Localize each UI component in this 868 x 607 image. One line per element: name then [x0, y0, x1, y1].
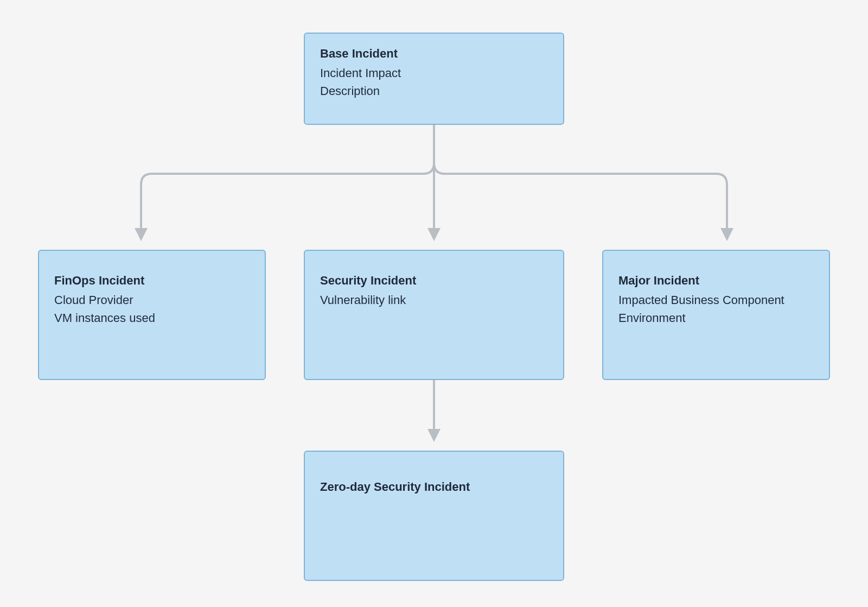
node-major-incident: Major Incident Impacted Business Compone…: [602, 250, 830, 380]
node-field: Vulnerability link: [320, 291, 548, 309]
node-security-incident: Security Incident Vulnerability link: [304, 250, 564, 380]
node-title: FinOps Incident: [54, 274, 250, 288]
node-field: Description: [320, 82, 548, 100]
node-title: Security Incident: [320, 274, 548, 288]
node-field: Environment: [618, 309, 814, 327]
node-base-incident: Base Incident Incident Impact Descriptio…: [304, 33, 564, 125]
node-title: Major Incident: [618, 274, 814, 288]
node-field: Impacted Business Component: [618, 291, 814, 309]
incident-hierarchy-diagram: Base Incident Incident Impact Descriptio…: [0, 0, 868, 607]
node-finops-incident: FinOps Incident Cloud Provider VM instan…: [38, 250, 266, 380]
node-title: Base Incident: [320, 47, 548, 61]
node-field: Incident Impact: [320, 64, 548, 82]
node-field: Cloud Provider: [54, 291, 250, 309]
node-field: VM instances used: [54, 309, 250, 327]
node-title: Zero-day Security Incident: [320, 480, 548, 494]
node-zeroday-incident: Zero-day Security Incident: [304, 451, 564, 581]
